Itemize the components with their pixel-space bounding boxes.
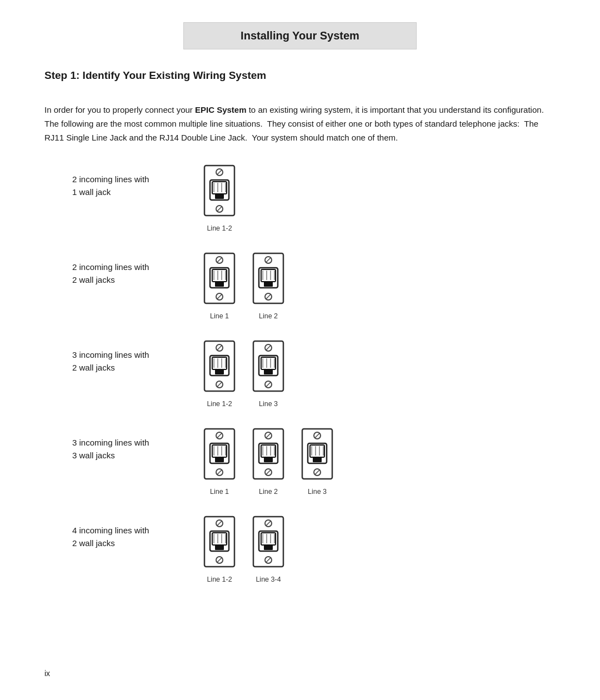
wiring-row: 4 incoming lines with 2 wall jacksLine 1… [72, 516, 556, 583]
jacks-group: Line 1-2Line 3-4 [200, 516, 288, 583]
jack-container: Line 2 [249, 428, 288, 496]
jacks-group: Line 1Line 2Line 3 [200, 428, 337, 496]
jack-label: Line 1-2 [207, 224, 232, 232]
epic-system-bold: EPIC System [195, 105, 247, 114]
svg-rect-42 [212, 357, 227, 369]
jack-container: Line 1-2 [200, 516, 239, 583]
row-label: 2 incoming lines with 2 wall jacks [72, 252, 183, 286]
jack-container: Line 3-4 [249, 516, 288, 583]
jack-svg [298, 428, 337, 483]
wiring-row: 2 incoming lines with 1 wall jackLine 1-… [72, 164, 556, 232]
svg-rect-67 [215, 457, 224, 462]
jack-container: Line 1-2 [200, 164, 239, 232]
jack-label: Line 3 [259, 400, 278, 408]
jack-svg [200, 516, 239, 571]
row-label: 3 incoming lines with 2 wall jacks [72, 340, 183, 374]
svg-rect-114 [261, 533, 276, 545]
jack-label: Line 1 [210, 312, 229, 320]
jack-container: Line 1 [200, 252, 239, 320]
jack-svg [249, 252, 288, 308]
jack-svg [249, 340, 288, 396]
jack-container: Line 3 [249, 340, 288, 408]
svg-rect-102 [212, 533, 227, 545]
jack-svg [249, 516, 288, 571]
intro-paragraph: In order for you to properly connect you… [44, 103, 556, 144]
svg-rect-31 [264, 282, 273, 287]
jack-svg [200, 252, 239, 308]
row-label: 4 incoming lines with 2 wall jacks [72, 516, 183, 549]
jack-svg [200, 428, 239, 483]
jack-container: Line 1 [200, 428, 239, 496]
jacks-group: Line 1Line 2 [200, 252, 288, 320]
jack-container: Line 2 [249, 252, 288, 320]
svg-rect-54 [261, 357, 276, 369]
svg-rect-19 [215, 282, 224, 287]
svg-rect-7 [215, 194, 224, 199]
svg-rect-79 [264, 457, 273, 462]
jacks-group: Line 1-2 [200, 164, 239, 232]
wiring-section: 2 incoming lines with 1 wall jackLine 1-… [72, 164, 556, 583]
jacks-group: Line 1-2Line 3 [200, 340, 288, 408]
svg-rect-91 [313, 457, 322, 462]
svg-rect-18 [212, 269, 227, 282]
row-label: 2 incoming lines with 1 wall jack [72, 164, 183, 198]
jack-label: Line 2 [259, 312, 278, 320]
svg-rect-115 [264, 545, 273, 550]
jack-label: Line 1-2 [207, 400, 232, 408]
svg-rect-30 [261, 269, 276, 282]
svg-rect-6 [212, 182, 227, 194]
svg-rect-78 [261, 445, 276, 457]
row-label: 3 incoming lines with 3 wall jacks [72, 428, 183, 462]
jack-svg [200, 164, 239, 220]
svg-rect-43 [215, 369, 224, 374]
svg-rect-55 [264, 369, 273, 374]
jack-label: Line 3-4 [256, 576, 281, 583]
jack-container: Line 3 [298, 428, 337, 496]
jack-container: Line 1-2 [200, 340, 239, 408]
svg-rect-66 [212, 445, 227, 457]
jack-label: Line 1 [210, 488, 229, 496]
page-title: Installing Your System [241, 29, 359, 42]
jack-label: Line 3 [308, 488, 327, 496]
jack-svg [200, 340, 239, 396]
wiring-row: 3 incoming lines with 2 wall jacksLine 1… [72, 340, 556, 408]
jack-label: Line 1-2 [207, 576, 232, 583]
page-title-box: Installing Your System [183, 22, 417, 49]
svg-rect-103 [215, 545, 224, 550]
step-heading: Step 1: Identify Your Existing Wiring Sy… [44, 69, 556, 82]
page-number: ix [44, 669, 50, 678]
wiring-row: 3 incoming lines with 3 wall jacksLine 1… [72, 428, 556, 496]
jack-svg [249, 428, 288, 483]
svg-rect-90 [310, 445, 324, 457]
jack-label: Line 2 [259, 488, 278, 496]
wiring-row: 2 incoming lines with 2 wall jacksLine 1… [72, 252, 556, 320]
